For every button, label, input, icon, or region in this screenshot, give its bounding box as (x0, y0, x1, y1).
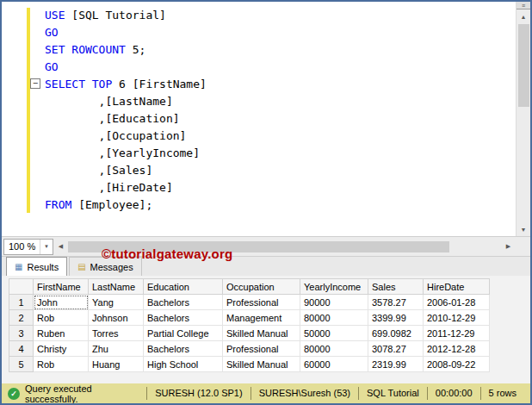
grid-cell[interactable]: Huang (89, 357, 144, 372)
query-editor[interactable]: USE [SQL Tutorial] GO SET ROWCOUNT 5; GO… (2, 2, 530, 236)
code-line[interactable]: ,[Education] (2, 110, 516, 128)
grid-cell[interactable]: 2010-12-29 (424, 310, 490, 326)
status-info-group: SURESH (12.0 SP1) SURESH\Suresh (53) SQL… (146, 383, 524, 403)
scroll-up-button[interactable]: ▲ (517, 9, 531, 23)
row-number[interactable]: 2 (9, 310, 34, 326)
grid-cell[interactable]: John (34, 295, 89, 310)
grid-cell[interactable]: Torres (89, 326, 144, 341)
grid-cell[interactable]: 3399.99 (368, 310, 424, 326)
grid-cell[interactable]: 3578.27 (368, 295, 424, 310)
row-number[interactable]: 3 (9, 326, 34, 341)
row-number[interactable]: 1 (9, 295, 34, 310)
code-line[interactable]: ,[Occupation] (2, 128, 516, 145)
grid-cell[interactable]: Ruben (34, 326, 89, 341)
splitter-grip[interactable]: ≡ (517, 2, 531, 9)
code-line[interactable]: ,[HireDate] (2, 179, 516, 196)
grid-row: 3 Ruben Torres Partial College Skilled M… (9, 326, 490, 341)
sql-text: ,[YearlyIncome] (45, 146, 200, 159)
column-header[interactable]: HireDate (424, 279, 490, 295)
grid-cell[interactable]: 50000 (300, 326, 368, 341)
fold-collapse-toggle[interactable]: − (30, 78, 40, 89)
code-line[interactable]: ,[Sales] (2, 162, 516, 179)
scroll-down-button[interactable]: ▼ (517, 222, 531, 236)
grid-cell[interactable]: Johnson (89, 310, 144, 326)
results-pane: FirstName LastName Education Occupation … (2, 276, 530, 383)
zoom-dropdown[interactable]: 100 % ▼ (3, 239, 53, 255)
grid-cell[interactable]: 90000 (300, 295, 368, 310)
grid-cell[interactable]: Bachelors (144, 295, 223, 310)
sql-keyword: SET ROWCOUNT (45, 43, 126, 56)
grid-cell[interactable]: 2011-12-29 (424, 326, 490, 341)
grid-cell[interactable]: Yang (89, 295, 144, 310)
sql-text: ,[Occupation] (45, 129, 186, 142)
database-name: SQL Tutorial (358, 387, 427, 400)
code-line[interactable]: ,[LastName] (2, 93, 516, 110)
editor-bottom-bar: 100 % ▼ ◀ ▶ (2, 236, 530, 256)
sql-text: [SQL Tutorial] (65, 9, 165, 22)
code-line[interactable]: GO (2, 59, 516, 76)
elapsed-time: 00:00:00 (427, 387, 480, 400)
grid-cell[interactable]: 2012-12-28 (424, 341, 490, 357)
grid-row: 5 Rob Huang High School Skilled Manual 6… (9, 357, 490, 372)
column-header[interactable]: Education (144, 279, 223, 295)
grid-cell[interactable]: High School (144, 357, 223, 372)
grid-cell[interactable]: 3078.27 (368, 341, 424, 357)
grid-cell[interactable]: Skilled Manual (223, 357, 300, 372)
results-grid: FirstName LastName Education Occupation … (9, 278, 490, 372)
column-header[interactable]: YearlyIncome (300, 279, 368, 295)
grid-cell[interactable]: 2006-01-28 (424, 295, 490, 310)
grid-cell[interactable]: Professional (223, 295, 300, 310)
code-line[interactable]: −SELECT TOP 6 [FirstName] (2, 76, 516, 93)
sql-text: 5; (126, 43, 145, 56)
scroll-right-button[interactable]: ▶ (501, 240, 516, 254)
code-area[interactable]: USE [SQL Tutorial] GO SET ROWCOUNT 5; GO… (2, 2, 516, 236)
sql-text: ,[LastName] (45, 95, 173, 108)
grid-header-row: FirstName LastName Education Occupation … (9, 279, 490, 295)
code-line[interactable]: FROM [Employee]; (2, 196, 516, 214)
grid-cell[interactable]: 80000 (300, 341, 368, 357)
code-line[interactable]: GO (2, 24, 516, 41)
messages-icon: ▤ (77, 262, 85, 271)
row-number-header[interactable] (9, 279, 34, 295)
grid-cell[interactable]: Bachelors (144, 310, 223, 326)
grid-cell[interactable]: 80000 (300, 310, 368, 326)
row-number[interactable]: 4 (9, 341, 34, 357)
scroll-left-button[interactable]: ◀ (53, 240, 68, 254)
grid-cell[interactable]: Rob (34, 310, 89, 326)
grid-cell[interactable]: Christy (34, 341, 89, 357)
scrollbar-corner (516, 237, 530, 256)
column-header[interactable]: LastName (89, 279, 144, 295)
grid-cell[interactable]: Partial College (144, 326, 223, 341)
sql-keyword: FROM (45, 198, 71, 211)
sql-keyword: SELECT TOP (45, 78, 112, 90)
row-number[interactable]: 5 (9, 357, 34, 372)
vertical-scroll-thumb[interactable] (518, 24, 529, 107)
grid-cell[interactable]: Professional (223, 341, 300, 357)
server-info: SURESH (12.0 SP1) (146, 387, 250, 400)
grid-cell[interactable]: 60000 (300, 357, 368, 372)
column-header[interactable]: Occupation (223, 279, 300, 295)
grid-cell[interactable]: 2008-09-22 (424, 357, 490, 372)
grid-cell[interactable]: Bachelors (144, 341, 223, 357)
sql-keyword: GO (45, 60, 59, 73)
grid-cell[interactable]: Rob (34, 357, 89, 372)
results-tab-strip: ▦ Results ▤ Messages (2, 256, 530, 276)
column-header[interactable]: Sales (368, 279, 424, 295)
column-header[interactable]: FirstName (34, 279, 89, 295)
code-line[interactable]: SET ROWCOUNT 5; (2, 41, 516, 59)
tab-results-label: Results (27, 262, 59, 272)
code-line[interactable]: ,[YearlyIncome] (2, 145, 516, 162)
dropdown-arrow-icon[interactable]: ▼ (40, 240, 53, 254)
grid-cell[interactable]: 2319.99 (368, 357, 424, 372)
tab-results[interactable]: ▦ Results (6, 257, 67, 276)
grid-cell[interactable]: 699.0982 (368, 326, 424, 341)
watermark: ©tutorialgateway.org (102, 246, 232, 261)
grid-cell[interactable]: Management (223, 310, 300, 326)
sql-text: 6 [FirstName] (112, 78, 207, 90)
editor-vertical-scrollbar[interactable]: ≡ ▲ ▼ (516, 2, 530, 236)
code-line[interactable]: USE [SQL Tutorial] (2, 7, 516, 24)
results-grid-icon: ▦ (15, 262, 22, 271)
grid-row: 4 Christy Zhu Bachelors Professional 800… (9, 341, 490, 357)
grid-cell[interactable]: Zhu (89, 341, 144, 357)
grid-cell[interactable]: Skilled Manual (223, 326, 300, 341)
